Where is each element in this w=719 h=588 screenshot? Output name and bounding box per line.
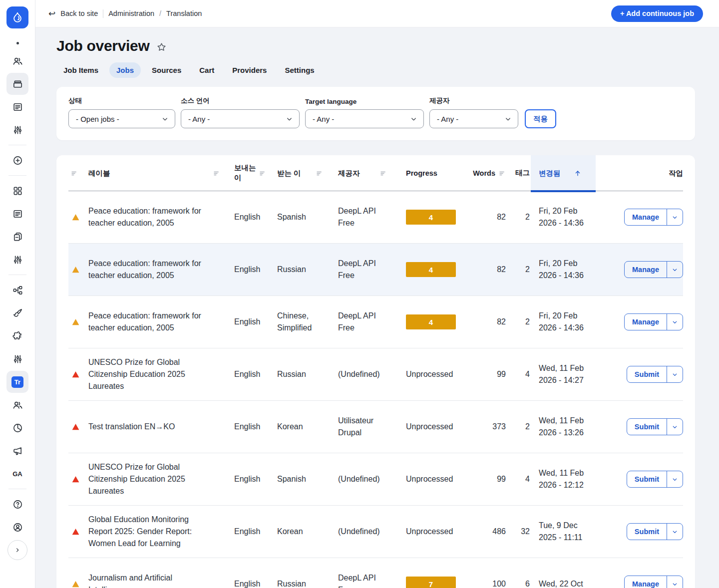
operation-dropdown-button[interactable]	[667, 314, 683, 330]
sort-icon[interactable]	[259, 170, 266, 177]
sidebar-item-document-icon[interactable]	[6, 203, 28, 225]
drupal-logo[interactable]	[6, 6, 28, 28]
operation-dropdown-button[interactable]	[667, 524, 683, 540]
operations-split-button: Submit	[627, 418, 683, 435]
source-language-filter-select[interactable]: - Any -	[181, 109, 300, 128]
operation-dropdown-button[interactable]	[667, 576, 683, 588]
sidebar-item-people-icon[interactable]	[6, 50, 28, 72]
sidebar-item-document-icon[interactable]	[6, 96, 28, 118]
job-progress: Unprocessed	[406, 475, 453, 484]
operation-dropdown-button[interactable]	[667, 366, 683, 382]
job-target-language: Russian	[277, 578, 306, 588]
megaphone-icon	[12, 445, 23, 457]
sidebar-item-ga-label[interactable]: GA	[6, 463, 28, 485]
sidebar-item-translation-badge[interactable]: Tr	[6, 371, 28, 393]
sidebar-item-grid-icon[interactable]	[6, 180, 28, 202]
sidebar-item-puzzle-icon[interactable]	[6, 325, 28, 347]
sort-icon[interactable]	[213, 170, 220, 177]
sidebar-item-expand-chevron-icon[interactable]	[6, 539, 28, 561]
sort-icon[interactable]	[379, 170, 387, 177]
sidebar-item-sliders-icon[interactable]	[6, 348, 28, 370]
job-source-language: English	[234, 370, 260, 379]
column-header-to[interactable]: 받는 이	[267, 169, 328, 178]
operation-dropdown-button[interactable]	[667, 209, 683, 225]
apply-filter-button[interactable]: 적용	[525, 109, 556, 128]
job-provider: DeepL API Free	[338, 258, 392, 282]
column-header-status[interactable]	[68, 170, 88, 177]
table-row: UNESCO Prize for Global Citizenship Educ…	[68, 348, 683, 401]
job-word-count: 99	[497, 370, 506, 379]
sidebar-item-pie-chart-icon[interactable]	[6, 417, 28, 439]
operation-dropdown-button[interactable]	[667, 419, 683, 435]
job-provider: DeepL API Free	[338, 205, 392, 229]
operation-primary-button[interactable]: Manage	[625, 209, 667, 225]
breadcrumb-administration[interactable]: Administration	[108, 9, 154, 17]
filter-label: 상태	[68, 96, 175, 105]
tab-providers[interactable]: Providers	[225, 62, 274, 78]
job-changed-date: Wed, 11 Feb 2026 - 13:26	[539, 415, 596, 439]
sidebar-item-plus-circle-icon[interactable]	[6, 149, 28, 171]
operation-primary-button[interactable]: Manage	[625, 576, 667, 588]
translation-badge: Tr	[11, 376, 23, 388]
operations-split-button: Submit	[627, 523, 683, 540]
status-filter: 상태 - Open jobs -	[68, 96, 175, 128]
operation-primary-button[interactable]: Manage	[625, 314, 667, 330]
operation-dropdown-button[interactable]	[667, 262, 683, 278]
job-source-language: English	[234, 213, 260, 222]
sidebar-item-account-icon[interactable]	[6, 516, 28, 538]
sidebar: TrGA	[0, 0, 35, 588]
provider-filter-select[interactable]: - Any -	[429, 109, 518, 128]
job-status-icon	[72, 371, 79, 378]
operation-dropdown-button[interactable]	[667, 471, 683, 487]
tab-sources[interactable]: Sources	[145, 62, 188, 78]
column-header-label[interactable]: 레이블	[88, 169, 224, 178]
sidebar-item-sliders-icon[interactable]	[6, 249, 28, 271]
sidebar-item-archive-icon[interactable]	[6, 73, 28, 95]
filter-panel: 상태 - Open jobs - 소스 언어 - Any - Target la…	[56, 87, 695, 140]
back-to-site-link[interactable]: Back to site	[60, 9, 98, 17]
target-language-filter-select[interactable]: - Any -	[305, 109, 424, 128]
sort-icon[interactable]	[70, 170, 78, 177]
tab-job-items[interactable]: Job Items	[56, 62, 105, 78]
breadcrumb-separator: /	[159, 9, 161, 17]
job-progress: Unprocessed	[406, 422, 453, 431]
operation-primary-button[interactable]: Submit	[627, 366, 667, 382]
admin-toolbar: ↩ Back to site Administration / Translat…	[35, 0, 719, 27]
tab-jobs[interactable]: Jobs	[109, 62, 141, 78]
operation-primary-button[interactable]: Manage	[625, 262, 667, 278]
job-progress: Unprocessed	[406, 527, 453, 536]
filter-label: Target language	[305, 98, 424, 105]
operation-primary-button[interactable]: Submit	[627, 471, 667, 487]
operation-primary-button[interactable]: Submit	[627, 524, 667, 540]
column-header-from[interactable]: 보내는 이	[224, 163, 267, 183]
tab-settings[interactable]: Settings	[278, 62, 321, 78]
sidebar-item-megaphone-icon[interactable]	[6, 440, 28, 462]
sort-icon[interactable]	[316, 170, 323, 177]
add-continuous-job-button[interactable]: + Add continuous job	[611, 5, 703, 22]
sidebar-divider	[8, 489, 26, 489]
column-header-provider[interactable]: 제공자	[328, 169, 392, 178]
job-changed-date: Tue, 9 Dec 2025 - 11:11	[539, 520, 596, 544]
operation-primary-button[interactable]: Submit	[627, 419, 667, 435]
sidebar-item-help-icon[interactable]	[6, 493, 28, 515]
column-header-tags: 태그	[506, 168, 531, 178]
job-progress: Unprocessed	[406, 370, 453, 379]
job-target-language: Chinese, Simplified	[277, 310, 328, 334]
favorite-star-icon[interactable]	[156, 42, 167, 52]
column-header-changed[interactable]: 변경됨	[531, 155, 596, 191]
sidebar-item-copy-icon[interactable]	[6, 226, 28, 248]
sort-icon[interactable]	[498, 170, 506, 177]
job-target-language: Spanish	[277, 211, 306, 223]
breadcrumb-translation[interactable]: Translation	[166, 9, 202, 17]
job-word-count: 82	[497, 213, 506, 222]
status-filter-select[interactable]: - Open jobs -	[68, 109, 175, 128]
sidebar-item-paintbrush-icon[interactable]	[6, 302, 28, 324]
provider-filter: 제공자 - Any -	[429, 96, 518, 128]
sidebar-item-network-icon[interactable]	[6, 279, 28, 301]
tab-cart[interactable]: Cart	[192, 62, 221, 78]
column-header-progress: Progress	[392, 169, 463, 177]
column-header-words[interactable]: Words	[463, 169, 506, 177]
job-status-icon	[72, 318, 79, 325]
sidebar-item-sliders-icon[interactable]	[6, 119, 28, 141]
sidebar-item-people-icon[interactable]	[6, 394, 28, 416]
